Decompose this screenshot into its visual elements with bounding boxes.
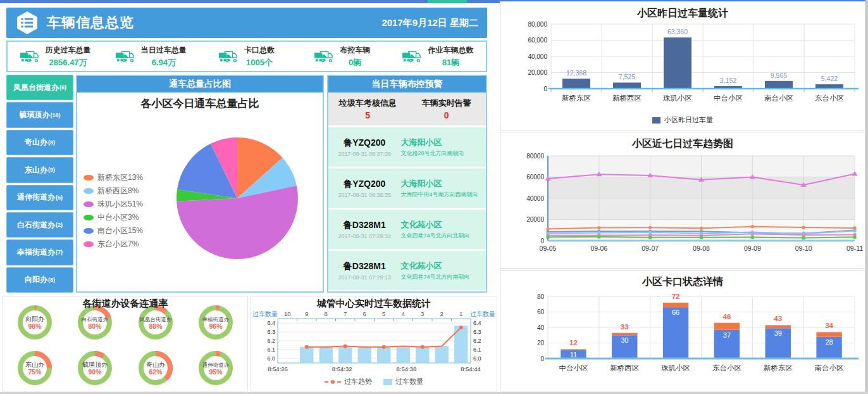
circle-shape: [853, 229, 856, 232]
rect-shape: [435, 346, 449, 363]
text-shape: 0: [540, 238, 544, 245]
text-shape: 40: [537, 324, 545, 331]
rect-shape: [700, 236, 703, 239]
text-shape: 40,000: [528, 53, 547, 60]
realtime-chart: 6.46.46.36.36.26.26.16.16.06.01098765432…: [251, 310, 497, 377]
text-shape: 1: [459, 310, 462, 317]
text-shape: 80,000: [528, 21, 547, 28]
polyline-shape: [307, 327, 461, 347]
sidebar-item-count: (8): [48, 139, 55, 146]
text-shape: 新桥西区: [610, 364, 640, 372]
circle-shape: [418, 60, 420, 62]
circle-shape: [323, 59, 326, 61]
sidebar-item-xingfu[interactable]: 幸福街道办(7): [6, 239, 73, 265]
legend-label: 新桥东区13%: [97, 172, 143, 183]
stat-history-total: 历史过车总量2856.47万: [8, 42, 103, 71]
text-shape: 南台小区: [764, 94, 794, 102]
pie-legend-item[interactable]: 南台小区15%: [84, 224, 143, 238]
text-shape: 60: [537, 308, 545, 315]
circle-shape: [319, 59, 321, 61]
circle-shape: [21, 22, 23, 24]
alert-list-item[interactable]: 鲁D328M12017-08-31 07:29:34 文化苑小区文化四巷74号北…: [328, 210, 486, 249]
text-shape: 33: [621, 323, 629, 331]
alert-list-item[interactable]: 鲁YZQ2002017-08-31 08:36:35 大海阳小区大海阳中街4号南…: [328, 168, 486, 208]
plate-number: 鲁D328M1: [344, 261, 386, 272]
device-donut: 毓璜顶办90%: [65, 346, 126, 390]
device-donut: 东山办75%: [4, 346, 65, 390]
text-shape: 09-06: [590, 245, 607, 252]
circle-shape: [421, 345, 425, 349]
legend-label: 过车趋势: [344, 377, 372, 386]
scrollbar-strip[interactable]: [865, 0, 868, 394]
circle-shape: [120, 59, 123, 61]
circle-shape: [751, 232, 754, 236]
alert-list-item[interactable]: 鲁D328M12017-08-31 07:29:13 文化苑小区文化四巷74号北…: [328, 251, 486, 290]
legend-marker: [84, 228, 94, 234]
path-shape: [216, 353, 220, 354]
rect-shape: [377, 347, 390, 363]
pie-legend-item[interactable]: 东台小区7%: [84, 238, 143, 251]
sidebar-item-tongshen[interactable]: 通伸街道办(5): [6, 185, 73, 210]
sidebar-item-dongshan[interactable]: 东山办(9): [6, 157, 73, 182]
rect-shape: [562, 79, 590, 89]
stat-label: 历史过车总量: [46, 45, 91, 56]
sidebar-item-xiangyang[interactable]: 向阳办(8): [6, 267, 73, 293]
text-shape: 6.1: [267, 346, 275, 353]
sidebar-item-yuhuangding[interactable]: 毓璜顶办(18): [6, 102, 73, 127]
text-shape: 80%: [89, 322, 102, 330]
circle-shape: [802, 226, 805, 229]
text-shape: 8:54:32: [332, 365, 352, 372]
rect-shape: [547, 236, 550, 239]
text-shape: 09-10: [795, 245, 812, 252]
text-shape: 39: [774, 329, 782, 337]
rect-shape: [25, 22, 33, 24]
yesterday-chart-title: 小区昨日过车量统计: [500, 7, 865, 20]
text-shape: 4: [402, 310, 405, 317]
checkpoint-status-chart: 806040200111230336672374639432834中台小区新桥西…: [500, 289, 865, 384]
text-shape: 60,000: [528, 37, 547, 44]
sidebar-item-baishi[interactable]: 白石街道办(2): [6, 212, 73, 238]
rect-shape: [561, 349, 586, 350]
text-shape: 6.3: [267, 329, 275, 335]
pie-legend-item[interactable]: 中台小区3%: [84, 211, 143, 224]
text-shape: 63,360: [667, 28, 688, 35]
legend-item-volume[interactable]: 过车数量: [383, 377, 423, 386]
text-shape: 凤凰台街道办: [139, 316, 172, 322]
line-legend-icon: [325, 381, 341, 383]
pie-legend-item[interactable]: 新桥西区8%: [84, 184, 143, 198]
yesterday-legend[interactable]: 小区昨日过车量: [500, 115, 865, 125]
text-shape: 过车数量: [252, 310, 278, 317]
text-shape: 6.0: [267, 355, 275, 362]
text-shape: 66: [672, 308, 679, 316]
trend-chart-title: 小区近七日过车趋势图: [500, 137, 865, 151]
summary-value: 5: [365, 110, 370, 120]
circle-shape: [21, 59, 23, 61]
text-shape: 0: [540, 355, 544, 362]
alert-list-item[interactable]: 鲁YZQ2002017-08-31 08:37:09 大海阳小区文化路28号北方…: [328, 127, 486, 167]
sidebar-item-label: 通伸街道办: [17, 192, 55, 203]
circle-shape: [411, 59, 414, 61]
app-header: 车辆信息总览 2017年9月12日 星期二: [6, 8, 487, 38]
pie-legend-item[interactable]: 新桥东区13%: [84, 171, 143, 184]
legend-label: 南台小区15%: [97, 226, 143, 236]
device-donut: 奇山办62%: [125, 346, 186, 390]
path-shape: [416, 53, 421, 58]
sidebar-item-fenghuangtai[interactable]: 凤凰台街道办(6): [6, 75, 73, 100]
sidebar-item-qishan[interactable]: 奇山办(8): [6, 130, 73, 155]
seven-day-trend-chart: 80000600004000020000009-0509-0609-0709-0…: [500, 151, 865, 265]
legend-marker: [84, 215, 94, 220]
seven-day-trend-panel: 小区近七日过车趋势图 80000600004000020000009-0509-…: [500, 132, 865, 269]
text-shape: 43: [774, 315, 782, 322]
rect-shape: [751, 236, 754, 239]
list-icon: [15, 11, 39, 35]
rect-shape: [648, 236, 652, 239]
sidebar-item-count: (2): [56, 222, 63, 228]
sidebar-item-count: (7): [56, 249, 63, 255]
pie-legend-item[interactable]: 珠玑小区51%: [84, 198, 143, 211]
plate-number: 鲁YZQ200: [344, 137, 385, 149]
text-shape: 6.1: [473, 346, 481, 353]
stat-today-total: 当日过车总量6.94万: [103, 42, 199, 71]
text-shape: 5: [382, 310, 385, 317]
donut-panel-title: 各街道办设备连通率: [3, 298, 247, 310]
legend-item-trend[interactable]: 过车趋势: [325, 377, 372, 386]
